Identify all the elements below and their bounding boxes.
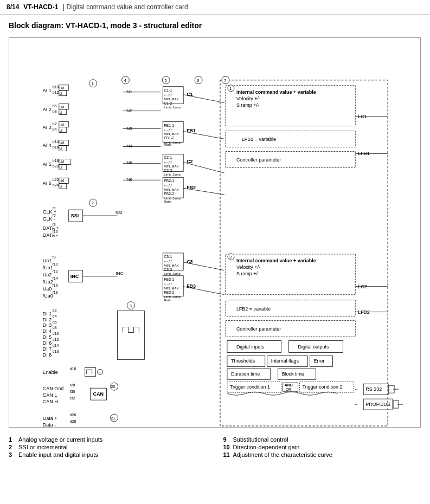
svg-text:FB1-2: FB1-2 bbox=[164, 136, 174, 140]
svg-text:21: 21 bbox=[111, 416, 115, 420]
svg-text:U: U bbox=[60, 128, 62, 132]
svg-text:IN6: IN6 bbox=[125, 177, 132, 182]
svg-line-141 bbox=[183, 95, 224, 103]
svg-text:C3-1: C3-1 bbox=[164, 255, 172, 259]
lfb2-label: LFB2 = variable bbox=[236, 306, 271, 312]
svg-text:f6: f6 bbox=[53, 214, 56, 217]
rs232-label: RS 232 bbox=[365, 386, 382, 392]
svg-text:b20: b20 bbox=[53, 164, 59, 168]
document-subtitle: Digital command value and controller car… bbox=[67, 3, 188, 11]
svg-text:U/I: U/I bbox=[60, 105, 65, 109]
svg-text:FB2-2: FB2-2 bbox=[164, 192, 174, 196]
svg-text:4: 4 bbox=[124, 78, 126, 83]
svg-text:IN1: IN1 bbox=[125, 89, 132, 94]
footnote-2-num: 2 bbox=[9, 444, 16, 450]
svg-text:b10: b10 bbox=[53, 85, 59, 89]
ssi-label: SSI bbox=[71, 213, 79, 218]
cangnd-label: CAN Gnd bbox=[43, 386, 63, 391]
block1-sramp: S ramp +/- bbox=[236, 102, 259, 108]
svg-text:f8: f8 bbox=[53, 255, 56, 259]
svg-line-158 bbox=[183, 162, 224, 173]
footnote-9: 9 Substitutional control bbox=[223, 436, 422, 443]
di4-label: DI 4 bbox=[43, 328, 52, 334]
footnote-11-text: Adjustment of the characteristic curve bbox=[233, 451, 332, 458]
svg-text:C2-1: C2-1 bbox=[164, 156, 172, 159]
svg-text:d4: d4 bbox=[53, 314, 57, 318]
svg-text:+,-,*,/: +,-,*,/ bbox=[164, 260, 172, 263]
ua2n-label: /Ua2 bbox=[43, 279, 53, 285]
svg-text:d6: d6 bbox=[53, 320, 57, 324]
svg-text:f10: f10 bbox=[53, 262, 58, 266]
svg-text:FB2-1: FB2-1 bbox=[164, 179, 174, 183]
svg-text:Limit, Jump: Limit, Jump bbox=[164, 272, 181, 275]
svg-line-167 bbox=[183, 188, 224, 195]
svg-text:3: 3 bbox=[129, 303, 132, 308]
footnote-9-num: 9 bbox=[223, 436, 231, 443]
svg-text:MIN, MAX: MIN, MAX bbox=[164, 165, 178, 168]
block2-vel: Velocity +/- bbox=[236, 264, 260, 270]
di8-label: DI 8 bbox=[43, 352, 52, 358]
inc-label: INC bbox=[70, 274, 79, 279]
svg-text:+,-,*,/: +,-,*,/ bbox=[164, 160, 172, 164]
canh-label: CAN H bbox=[43, 399, 58, 404]
lfb1-label: LFB1 = variable bbox=[242, 137, 276, 142]
svg-text:f32: f32 bbox=[70, 396, 75, 400]
svg-text:b24: b24 bbox=[53, 183, 59, 187]
svg-text:+,-,*,/: +,-,*,/ bbox=[164, 184, 172, 187]
svg-text:2: 2 bbox=[92, 201, 94, 205]
svg-text:SSI: SSI bbox=[115, 210, 123, 215]
svg-text:f12: f12 bbox=[53, 269, 58, 273]
ua1n-label: /Ua1 bbox=[43, 265, 53, 270]
svg-text:+,-,*,/: +,-,*,/ bbox=[164, 93, 172, 96]
ai4-label: AI 4 bbox=[43, 143, 52, 148]
svg-text:f8: f8 bbox=[53, 223, 56, 227]
svg-text:IN2: IN2 bbox=[125, 108, 132, 113]
document-title: VT-HACD-1 bbox=[23, 3, 58, 11]
svg-line-150 bbox=[183, 132, 224, 139]
canl-label: CAN L bbox=[43, 392, 57, 398]
footnote-3: 3 Enable input and digital inputs bbox=[9, 451, 207, 458]
profibus-label: PROFIBUS bbox=[365, 402, 390, 407]
di6-label: DI 6 bbox=[43, 340, 52, 346]
block2-sramp: S ramp +/- bbox=[236, 271, 259, 276]
svg-text:f14: f14 bbox=[53, 276, 58, 280]
ai6-label: AI 6 bbox=[43, 180, 52, 186]
svg-text:d28: d28 bbox=[70, 419, 76, 423]
svg-text:U: U bbox=[60, 92, 62, 95]
svg-text:C1-2: C1-2 bbox=[164, 101, 172, 105]
svg-text:U: U bbox=[60, 165, 62, 169]
page-number: 8/14 bbox=[7, 3, 19, 11]
datam2-label: Data - bbox=[43, 422, 56, 427]
footnote-1-num: 1 bbox=[9, 436, 16, 443]
svg-rect-64 bbox=[118, 311, 145, 360]
svg-text:b18: b18 bbox=[53, 159, 59, 163]
svg-text:Ratio: Ratio bbox=[164, 299, 172, 302]
can-label: CAN bbox=[93, 391, 104, 397]
svg-text:+,-,*,/: +,-,*,/ bbox=[164, 282, 172, 286]
footnotes: 1 Analog voltage or current inputs 9 Sub… bbox=[9, 436, 421, 458]
svg-text:INC: INC bbox=[116, 271, 124, 276]
ai1-label: AI 1 bbox=[43, 88, 52, 93]
svg-text:C2: C2 bbox=[187, 159, 192, 164]
di1-label: DI 1 bbox=[43, 311, 52, 316]
block1-vel: Velocity +/- bbox=[236, 96, 260, 101]
ua1-label: Ua1 bbox=[43, 258, 52, 263]
ctrl-param1-label: Controller parameter bbox=[236, 157, 281, 163]
footnote-10: 10 Direction-dependent gain bbox=[223, 444, 422, 450]
ua0n-label: /Ua0 bbox=[43, 293, 53, 299]
footnote-1: 1 Analog voltage or current inputs bbox=[9, 436, 207, 443]
svg-text:U: U bbox=[60, 146, 62, 150]
footnote-1-text: Analog voltage or current inputs bbox=[18, 436, 102, 443]
svg-text:b16: b16 bbox=[53, 145, 59, 149]
block-diagram: AI 1 b10 U/I b12 U AI 2 b6 U/I b8 U AI 3… bbox=[9, 37, 421, 428]
svg-text:b4: b4 bbox=[53, 127, 57, 131]
svg-text:b14: b14 bbox=[53, 140, 59, 144]
svg-text:IN4: IN4 bbox=[125, 144, 132, 148]
svg-text:IN3: IN3 bbox=[125, 126, 132, 131]
svg-text:U/I: U/I bbox=[60, 86, 65, 90]
svg-text:20: 20 bbox=[111, 385, 115, 389]
footnote-3-num: 3 bbox=[9, 451, 16, 458]
footnote-2: 2 SSI or incremental bbox=[9, 444, 207, 450]
svg-text:1: 1 bbox=[229, 86, 232, 91]
svg-text:1: 1 bbox=[92, 81, 94, 86]
